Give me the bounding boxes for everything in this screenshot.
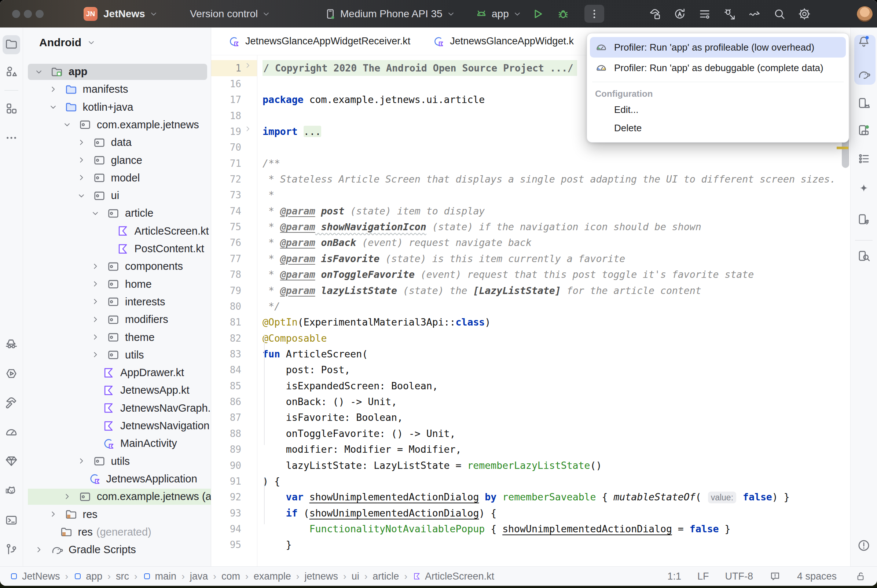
tool-button-terminal[interactable] [4,513,18,529]
code-text[interactable]: fun ArticleScreen( [262,346,368,362]
code-text[interactable]: lazyListState: LazyListState = rememberL… [262,458,602,474]
code-text[interactable]: */ [262,298,280,315]
tool-button-version-control[interactable] [4,542,18,558]
popup-action-delete[interactable]: Delete [590,119,846,137]
tree-item-glance[interactable]: glance [23,152,211,169]
code-text[interactable]: * @param post (state) item to display [262,203,485,219]
tool-button-device-manager[interactable] [857,96,871,111]
code-text[interactable]: post: Post, [262,362,350,378]
traffic-light-minimize[interactable] [24,10,32,18]
fold-chevron-icon[interactable] [243,60,252,76]
traffic-light-zoom[interactable] [36,10,43,18]
popup-item-profileable[interactable]: Profiler: Run 'app' as profileable (low … [590,37,846,57]
line-ending[interactable]: LF [697,571,709,582]
code-text[interactable]: modifier: Modifier = Modifier, [262,441,461,458]
tree-collapsed-chevron-icon[interactable] [91,279,100,289]
code-text[interactable]: * @param onBack (event) request navigate… [262,235,532,251]
tree-item-jetnewsapp-kt[interactable]: JetnewsApp.kt [23,382,211,399]
tool-button-profiler[interactable] [4,425,18,441]
apply-changes-icon[interactable] [748,8,761,21]
tree-collapsed-chevron-icon[interactable] [76,456,86,466]
tool-button-gemini[interactable] [857,182,871,198]
tool-button-logcat[interactable] [4,484,18,500]
project-name-menu[interactable]: JetNews [103,0,158,27]
code-text[interactable]: onBack: () -> Unit, [262,394,397,410]
tool-button-find-on-device[interactable] [857,249,871,264]
tree-item-manifests[interactable]: manifests [23,81,211,98]
tree-collapsed-chevron-icon[interactable] [91,315,100,324]
breadcrumb-java[interactable]: java [190,571,208,582]
code-text[interactable]: onToggleFavorite: () -> Unit, [262,426,456,442]
code-text[interactable]: * [262,187,274,203]
sync-project-icon[interactable] [673,8,687,21]
tree-item-mainactivity[interactable]: MainActivity [23,435,211,452]
popup-item-debuggable[interactable]: Profiler: Run 'app' as debuggable (compl… [590,57,846,78]
code-text[interactable]: if (showUnimplementedActionDialog) { [262,505,496,521]
tree-item-interests[interactable]: interests [23,293,211,310]
breadcrumb-main[interactable]: main [142,571,177,582]
breadcrumb-jetnews[interactable]: JetNews [9,571,60,582]
tool-button-structure-grid[interactable] [4,102,18,117]
tool-button-app-inspection[interactable] [4,454,18,470]
settings-gear-icon[interactable] [798,8,811,21]
tree-item-kotlin-java[interactable]: kotlin+java [23,98,211,116]
tree-item-theme[interactable]: theme [23,328,211,346]
tree-item-data[interactable]: data [23,134,211,152]
tree-collapsed-chevron-icon[interactable] [76,155,86,165]
tree-item-modifiers[interactable]: modifiers [23,311,211,328]
code-text[interactable]: /** [262,155,280,171]
breadcrumb-articlescreen-kt[interactable]: ArticleScreen.kt [412,571,494,582]
breadcrumb-src[interactable]: src [116,571,129,582]
run-configuration-selector[interactable]: app [475,0,522,27]
code-text[interactable]: @OptIn(ExperimentalMaterial3Api::class) [262,314,490,330]
code-text[interactable]: var showUnimplementedActionDialog by rem… [262,489,790,506]
breadcrumb-ui[interactable]: ui [352,571,359,582]
tree-item-res[interactable]: res(generated) [23,523,211,541]
code-text[interactable]: * Stateless Article Screen that displays… [262,171,836,188]
tree-collapsed-chevron-icon[interactable] [48,85,58,94]
code-text[interactable]: FunctionalityNotAvailablePopup { showUni… [262,521,730,537]
device-selector[interactable]: Medium Phone API 35 [324,0,456,27]
tree-collapsed-chevron-icon[interactable] [62,492,72,501]
project-view-selector[interactable]: Android [39,36,96,49]
fold-chevron-icon[interactable] [243,123,252,140]
caret-position[interactable]: 1:1 [667,571,681,582]
tool-button-structure-list[interactable] [857,152,871,167]
editor-tab-jetnewsglanceappwidget-k[interactable]: JetnewsGlanceAppWidget.k [425,27,588,55]
tree-item-jetnewsapplication[interactable]: JetnewsApplication [23,470,211,488]
tree-collapsed-chevron-icon[interactable] [91,350,100,360]
tool-button-resource-manager[interactable] [4,64,18,80]
tool-button-services[interactable] [4,367,18,382]
attach-debugger-icon[interactable] [723,8,736,21]
code-text[interactable]: / Copyright 2020 The Android Open Source… [262,60,577,76]
run-button[interactable] [531,8,544,21]
tool-button-app-quality-insights[interactable] [4,337,18,352]
tree-expanded-chevron-icon[interactable] [76,191,86,201]
version-control-menu[interactable]: Version control [190,0,271,27]
search-icon[interactable] [773,8,786,21]
tree-expanded-chevron-icon[interactable] [91,208,100,218]
code-text[interactable]: * @param lazyListState (state) the [Lazy… [262,283,702,299]
code-text[interactable]: ) { [262,473,280,489]
highlighting-level-icon[interactable] [769,570,781,582]
tool-button-device-explorer[interactable] [857,212,871,228]
tree-collapsed-chevron-icon[interactable] [91,333,100,342]
tree-item-components[interactable]: components [23,258,211,275]
tree-expanded-chevron-icon[interactable] [62,120,72,129]
tree-collapsed-chevron-icon[interactable] [48,510,58,519]
code-text[interactable]: @Composable [262,330,327,346]
tree-item-article[interactable]: article [23,204,211,222]
code-text[interactable]: isExpandedScreen: Boolean, [262,378,438,394]
tree-expanded-chevron-icon[interactable] [34,67,43,76]
code-text[interactable]: import ... [262,123,321,140]
tree-item-model[interactable]: model [23,169,211,187]
tree-item-ui[interactable]: ui [23,187,211,204]
breadcrumb-app[interactable]: app [73,571,102,582]
code-text[interactable]: isFavorite: Boolean, [262,410,403,426]
code-text[interactable]: * @param onToggleFavorite (event) reques… [262,267,754,283]
tree-collapsed-chevron-icon[interactable] [91,297,100,306]
editor-tab-jetnewsglanceappwidgetreceiver-kt[interactable]: JetnewsGlanceAppWidgetReceiver.kt [220,27,425,55]
tree-item-utils[interactable]: utils [23,346,211,364]
tree-item-com-example-jetnews[interactable]: com.example.jetnews [23,116,211,134]
tool-button-notifications[interactable] [857,34,871,50]
